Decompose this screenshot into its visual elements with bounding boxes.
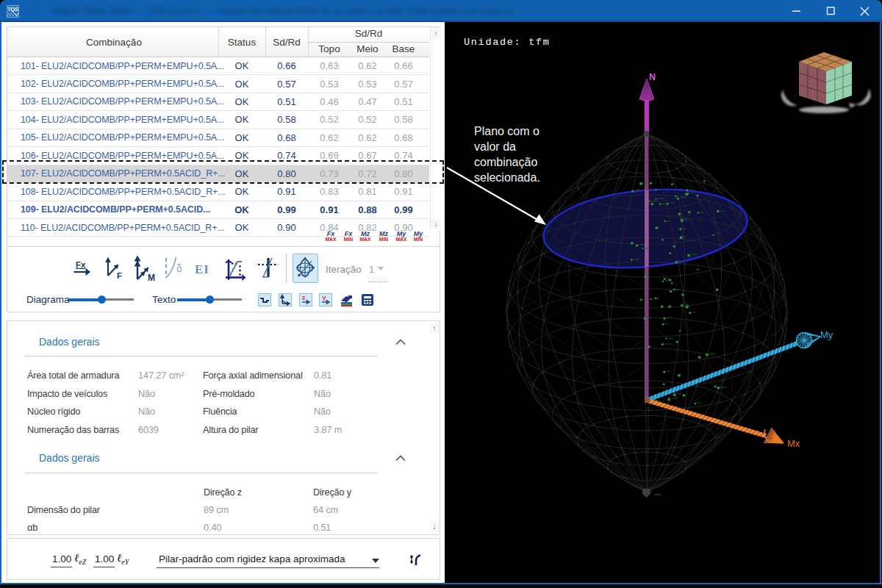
svg-text:Unidade: tfm: Unidade: tfm [464, 37, 551, 48]
svg-text:Y: Y [322, 295, 326, 302]
svg-text:F: F [117, 271, 122, 280]
svg-text:δ: δ [176, 262, 182, 274]
svg-text:selecionada.: selecionada. [474, 171, 540, 184]
svg-text:valor da: valor da [474, 140, 516, 153]
svg-text:Plano com o: Plano com o [474, 125, 539, 137]
svg-text:combinação: combinação [474, 156, 537, 168]
svg-text:My: My [820, 329, 833, 340]
svg-text:Fx: Fx [76, 260, 86, 269]
svg-text:N: N [649, 72, 656, 82]
svg-text:M: M [148, 273, 155, 282]
svg-text:z: z [302, 294, 306, 301]
svg-text:Mx: Mx [787, 438, 800, 449]
